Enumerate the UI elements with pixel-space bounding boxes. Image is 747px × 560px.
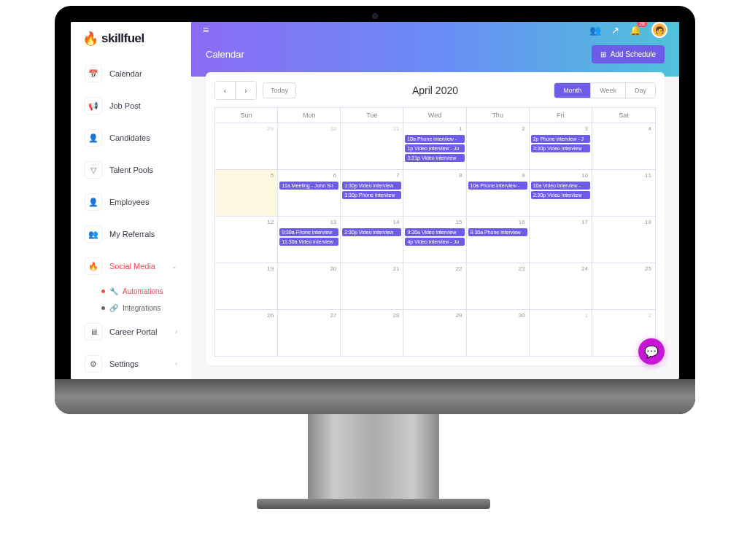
- sidebar-item-talent-pools[interactable]: ▽Talent Pools: [78, 155, 184, 185]
- calendar-event[interactable]: 2:30p Video interview: [342, 228, 401, 236]
- calendar-cell[interactable]: 110a Phone interview -1p Video interview…: [403, 122, 466, 169]
- external-link-icon[interactable]: ↗: [611, 25, 619, 36]
- date-number: 7: [396, 172, 399, 179]
- calendar-title: April 2020: [412, 85, 458, 96]
- calendar-cell[interactable]: 4: [592, 122, 655, 169]
- sidebar-item-social-media[interactable]: 🔥Social Media⌄: [78, 251, 184, 281]
- calendar-event[interactable]: 8:30a Phone interview: [468, 228, 527, 236]
- calendar-event[interactable]: 10a Video interview -: [531, 182, 590, 190]
- calendar-cell[interactable]: 611a Meeting - John Sn: [278, 169, 341, 216]
- add-schedule-button[interactable]: ⊞ Add Schedule: [592, 45, 665, 63]
- date-number: 9: [522, 172, 525, 179]
- calendar-event[interactable]: 11:30a Video interview: [279, 238, 338, 246]
- calendar-cell[interactable]: 22: [403, 262, 466, 309]
- calendar-event[interactable]: 2p Phone interview - J: [531, 135, 590, 143]
- calendar-cell[interactable]: 32p Phone interview - J3:30p Video inter…: [530, 122, 592, 169]
- calendar-cell[interactable]: 23: [467, 262, 530, 309]
- calendar-event[interactable]: 3:30p Video interview: [531, 144, 590, 152]
- calendar-event[interactable]: 10a Phone interview -: [405, 135, 464, 143]
- calendar-cell[interactable]: 29: [403, 309, 466, 356]
- date-number: 21: [393, 265, 400, 272]
- notifications-icon[interactable]: 🔔28: [630, 25, 641, 36]
- sub-item-automations[interactable]: 🔧Automations: [98, 283, 184, 300]
- calendar-cell[interactable]: 29: [215, 122, 278, 169]
- calendar-cell[interactable]: 28: [341, 309, 403, 356]
- calendar-cell[interactable]: 30: [467, 309, 530, 356]
- calendar-cell[interactable]: 8: [403, 169, 466, 216]
- calendar-event[interactable]: 3:21p Video interview: [405, 154, 464, 162]
- sidebar-item-job-post[interactable]: 📢Job Post: [78, 90, 184, 121]
- view-day-button[interactable]: Day: [626, 83, 655, 98]
- avatar[interactable]: 🧑: [651, 22, 667, 38]
- date-number: 3: [584, 125, 587, 132]
- bullet-icon: [101, 306, 105, 310]
- calendar-event[interactable]: 1:30p Video interview: [342, 182, 401, 190]
- calendar-cell[interactable]: 19: [215, 262, 278, 309]
- calendar-cell[interactable]: 1: [530, 309, 592, 356]
- menu-toggle-icon[interactable]: ≡: [203, 24, 209, 36]
- prev-month-button[interactable]: ‹: [215, 82, 236, 99]
- calendar-cell[interactable]: 168:30a Phone interview: [467, 216, 530, 262]
- page-header: Calendar ⊞ Add Schedule: [191, 38, 679, 77]
- calendar-cell[interactable]: 17: [530, 216, 592, 262]
- sidebar-item-settings[interactable]: ⚙Settings›: [78, 349, 184, 379]
- plus-icon: ⊞: [600, 50, 606, 58]
- calendar-event[interactable]: 11a Meeting - John Sn: [279, 182, 338, 190]
- calendar-event[interactable]: 3:30p Phone interview: [342, 191, 401, 199]
- nav-label: Job Post: [109, 101, 141, 110]
- calendar-cell[interactable]: 12: [215, 216, 278, 262]
- calendar-cell[interactable]: 5: [215, 169, 278, 216]
- nav-icon: ▽: [85, 161, 102, 179]
- calendar-cell[interactable]: 31: [341, 122, 403, 169]
- calendar-cell[interactable]: 18: [592, 216, 655, 262]
- calendar-cell[interactable]: 1010a Video interview -2:30p Video inter…: [530, 169, 592, 216]
- calendar-cell[interactable]: 910a Phone interview -: [467, 169, 530, 216]
- calendar-cell[interactable]: 139:30a Phone interview11:30a Video inte…: [278, 216, 341, 262]
- chat-fab[interactable]: 💬: [638, 338, 665, 365]
- calendar-event[interactable]: 1p Video interview - Jo: [405, 144, 464, 152]
- date-number: 5: [271, 172, 274, 179]
- nav-icon: 🔥: [85, 257, 102, 275]
- nav-label: Career Portal: [109, 327, 157, 336]
- calendar-cell[interactable]: 27: [278, 309, 341, 356]
- nav-label: Candidates: [109, 133, 150, 142]
- sidebar-item-employees[interactable]: 👤Employees: [78, 187, 184, 217]
- date-number: 23: [519, 265, 525, 272]
- calendar-cell[interactable]: 25: [592, 262, 655, 309]
- calendar-cell[interactable]: 26: [215, 309, 278, 356]
- calendar-cell[interactable]: 24: [530, 262, 592, 309]
- calendar-cell[interactable]: 71:30p Video interview3:30p Phone interv…: [341, 169, 403, 216]
- date-number: 2: [649, 312, 651, 319]
- calendar-event[interactable]: 10a Phone interview -: [468, 182, 527, 190]
- calendar-event[interactable]: 9:30a Video interview: [405, 228, 464, 236]
- logo[interactable]: 🔥 skillfuel: [71, 22, 191, 55]
- day-header: Thu: [467, 108, 530, 122]
- sub-item-integrations[interactable]: 🔗Integrations: [98, 300, 184, 316]
- calendar-cell[interactable]: 30: [278, 122, 341, 169]
- sidebar-item-candidates[interactable]: 👤Candidates: [78, 122, 184, 153]
- calendar-cell[interactable]: 11: [592, 169, 655, 216]
- calendar-cell[interactable]: 159:30a Video interview4p Video intervie…: [403, 216, 466, 262]
- date-number: 30: [519, 312, 525, 319]
- calendar-cell[interactable]: 2: [467, 122, 530, 169]
- date-number: 25: [645, 265, 651, 272]
- view-week-button[interactable]: Week: [591, 83, 626, 98]
- bullet-icon: [101, 289, 105, 293]
- sidebar-item-calendar[interactable]: 📅Calendar: [78, 58, 184, 89]
- calendar-event[interactable]: 4p Video interview - Jo: [405, 238, 464, 246]
- calendar-event[interactable]: 2:30p Video interview: [531, 191, 590, 199]
- nav-label: Talent Pools: [109, 166, 153, 174]
- users-icon[interactable]: 👥: [589, 25, 601, 36]
- calendar-cell[interactable]: 142:30p Video interview: [341, 216, 403, 262]
- brand-name: skillfuel: [101, 31, 144, 46]
- date-number: 16: [519, 219, 525, 225]
- next-month-button[interactable]: ›: [236, 82, 256, 99]
- view-month-button[interactable]: Month: [554, 83, 591, 98]
- calendar-cell[interactable]: 21: [341, 262, 403, 309]
- calendar-event[interactable]: 9:30a Phone interview: [279, 228, 338, 236]
- sidebar-item-my-referrals[interactable]: 👥My Referrals: [78, 219, 184, 249]
- calendar-cell[interactable]: 20: [278, 262, 341, 309]
- day-header: Fri: [530, 108, 592, 122]
- sidebar-item-career-portal[interactable]: 🖥Career Portal›: [78, 316, 184, 347]
- today-button[interactable]: Today: [263, 82, 296, 98]
